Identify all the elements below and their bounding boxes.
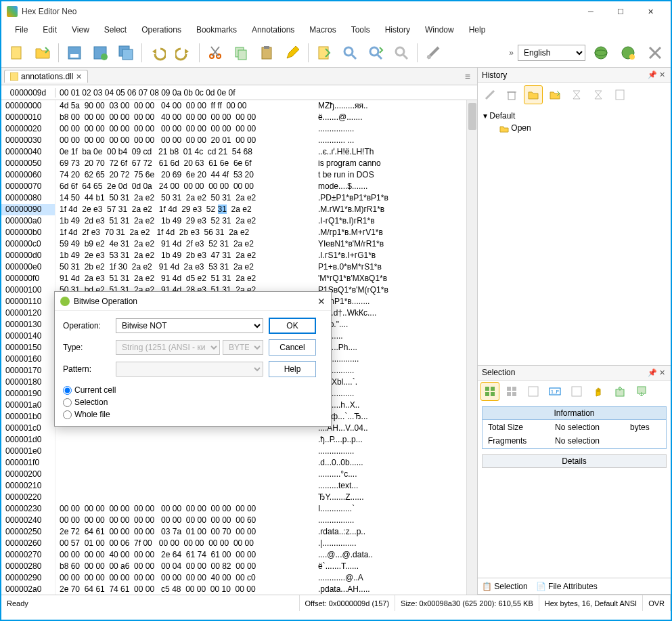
minimize-button[interactable]: ─	[576, 2, 606, 21]
find-next-icon[interactable]	[364, 41, 387, 64]
sel-mode-2-icon[interactable]	[502, 382, 521, 401]
tab-close-icon[interactable]: ✕	[76, 72, 82, 81]
menu-operations[interactable]: Operations	[135, 24, 188, 36]
hex-row[interactable]: 0000023000 00 00 00 00 00 00 00 00 00 00…	[1, 503, 477, 515]
tab-file-attributes[interactable]: 📄 File Attributes	[536, 582, 598, 591]
hex-row[interactable]: 0000002000 00 00 00 00 00 00 00 00 00 00…	[1, 123, 477, 135]
panel-close-icon[interactable]: ✕	[657, 70, 667, 79]
pin-icon[interactable]: 📌	[648, 368, 657, 377]
history-trash-icon[interactable]	[502, 85, 521, 104]
copy-icon[interactable]	[229, 41, 252, 64]
hex-row[interactable]: 000000706d 6f 64 65 2e 0d 0d 0a 24 00 00…	[1, 181, 477, 192]
insert-file-icon[interactable]	[313, 41, 336, 64]
sel-mode-1-icon[interactable]	[480, 382, 499, 401]
history-hourglass-1-icon[interactable]	[567, 85, 586, 104]
panel-close-icon[interactable]: ✕	[657, 368, 667, 377]
hex-row[interactable]: 000002a02e 70 64 61 74 61 00 00 c5 48 00…	[1, 584, 477, 595]
hex-row[interactable]: 0000027000 00 00 00 40 00 00 00 2e 64 61…	[1, 549, 477, 561]
hex-row[interactable]: 0000029000 00 00 00 00 00 00 00 00 00 00…	[1, 572, 477, 584]
radio-whole-file[interactable]: Whole file	[63, 410, 323, 419]
menu-macros[interactable]: Macros	[303, 24, 342, 36]
radio-selection[interactable]: Selection	[63, 398, 323, 407]
menu-tools[interactable]: Tools	[344, 24, 377, 36]
sel-mode-4-icon[interactable]	[567, 382, 586, 401]
selection-details-button[interactable]: Details	[482, 454, 667, 468]
sel-hand-icon[interactable]	[589, 382, 608, 401]
radio-current-cell[interactable]: Current cell	[63, 385, 323, 395]
pin-icon[interactable]: 📌	[648, 70, 657, 79]
hex-row[interactable]: 0000024000 00 00 00 00 00 00 00 00 00 00…	[1, 515, 477, 526]
history-hourglass-2-icon[interactable]	[589, 85, 608, 104]
history-open-node[interactable]: Open	[511, 123, 531, 133]
hex-row[interactable]: 0000026000 57 01 00 00 06 7f 00 00 00 00…	[1, 538, 477, 549]
operation-select[interactable]: Bitwise NOT	[116, 318, 263, 333]
ok-button[interactable]: OK	[269, 318, 316, 334]
menu-edit[interactable]: Edit	[36, 24, 64, 36]
history-doc-icon[interactable]	[610, 85, 629, 104]
hex-row[interactable]: 00000220ЂY.......Z......	[1, 492, 477, 503]
hex-row[interactable]: 0000005069 73 20 70 72 6f 67 72 61 6d 20…	[1, 158, 477, 169]
menu-window[interactable]: Window	[418, 24, 461, 36]
hex-row[interactable]: 000000f091 4d 2a e3 51 31 2a e2 91 4d d5…	[1, 273, 477, 284]
sel-export-icon[interactable]	[610, 382, 629, 401]
find-prev-icon[interactable]	[390, 41, 413, 64]
history-folder-1-icon[interactable]	[524, 85, 543, 104]
tools-icon[interactable]	[644, 41, 667, 64]
hex-row[interactable]: 000000901f 4d 2e e3 57 31 2a e2 1f 4d 29…	[1, 204, 477, 215]
hex-row[interactable]: 000000c059 49 b9 e2 4e 31 2a e2 91 4d 2f…	[1, 238, 477, 250]
hex-row[interactable]: 000000400e 1f ba 0e 00 b4 09 cd 21 b8 01…	[1, 146, 477, 158]
language-select[interactable]: English	[518, 45, 585, 61]
menu-file[interactable]: File	[8, 24, 35, 36]
dialog-close-icon[interactable]: ✕	[317, 296, 326, 307]
sel-import-icon[interactable]	[632, 382, 651, 401]
hex-row[interactable]: 000000004d 5a 90 00 03 00 00 00 04 00 00…	[1, 100, 477, 112]
history-clear-icon[interactable]	[480, 85, 499, 104]
hex-row[interactable]: 000001f0.d...0..0b......	[1, 457, 477, 469]
paste-icon[interactable]	[255, 41, 278, 64]
undo-icon[interactable]	[146, 41, 169, 64]
close-button[interactable]: ✕	[635, 2, 665, 21]
hex-row[interactable]: 000000e050 31 2b e2 1f 30 2a e2 91 4d 2a…	[1, 261, 477, 273]
hex-row[interactable]: 000000b01f 4d 2f e3 70 31 2a e2 1f 4d 2b…	[1, 227, 477, 238]
menu-annotations[interactable]: Annotations	[245, 24, 301, 36]
sel-range-icon[interactable]: 1..F	[545, 382, 564, 401]
hex-row[interactable]: 0000008014 50 44 b1 50 31 2a e2 50 31 2a…	[1, 192, 477, 204]
hex-row[interactable]: 000001d0.ђ..Р....р..р...	[1, 434, 477, 446]
history-tree[interactable]: ▾ Default Open	[478, 107, 671, 365]
settings-icon[interactable]	[422, 41, 445, 64]
hex-row[interactable]: 00000280b8 60 00 00 00 a6 00 00 00 04 00…	[1, 561, 477, 572]
save-all-icon[interactable]	[114, 41, 137, 64]
menu-view[interactable]: View	[65, 24, 96, 36]
help-button[interactable]: Help	[269, 361, 316, 377]
cancel-button[interactable]: Cancel	[269, 339, 316, 356]
find-icon[interactable]	[338, 41, 361, 64]
globe-2-icon[interactable]	[617, 41, 640, 64]
toolbar-expand-icon[interactable]: »	[509, 48, 514, 58]
menu-history[interactable]: History	[378, 24, 417, 36]
edit-icon[interactable]	[281, 41, 304, 64]
maximize-button[interactable]: ☐	[606, 2, 635, 21]
hex-row[interactable]: 00000210.........text...	[1, 480, 477, 492]
open-file-icon[interactable]	[31, 41, 54, 64]
save-icon[interactable]	[63, 41, 86, 64]
hex-row[interactable]: 000000a01b 49 2d e3 51 31 2a e2 1b 49 29…	[1, 215, 477, 227]
history-folder-2-icon[interactable]	[545, 85, 564, 104]
menu-help[interactable]: Help	[462, 24, 493, 36]
hex-row[interactable]: 0000003000 00 00 00 00 00 00 00 00 00 00…	[1, 135, 477, 146]
tab-selection[interactable]: 📋 Selection	[482, 582, 528, 591]
file-tab[interactable]: annotations.dll ✕	[4, 70, 88, 83]
globe-1-icon[interactable]	[589, 41, 612, 64]
sel-mode-3-icon[interactable]	[524, 382, 543, 401]
hex-row[interactable]: 0000006074 20 62 65 20 72 75 6e 20 69 6e…	[1, 169, 477, 181]
tab-menu-icon[interactable]: ≡	[465, 71, 474, 82]
cut-icon[interactable]	[204, 41, 227, 64]
hex-row[interactable]: 00000010b8 00 00 00 00 00 00 00 40 00 00…	[1, 112, 477, 123]
hex-row[interactable]: 000000d01b 49 2e e3 53 31 2a e2 1b 49 2b…	[1, 250, 477, 261]
redo-icon[interactable]	[172, 41, 195, 64]
hex-row[interactable]: 000001e0................	[1, 446, 477, 457]
new-file-icon[interactable]	[5, 41, 28, 64]
hex-row[interactable]: 000002502e 72 64 61 00 00 00 00 03 7a 01…	[1, 526, 477, 538]
hex-row[interactable]: 00000200..........°c....	[1, 469, 477, 480]
menu-bookmarks[interactable]: Bookmarks	[189, 24, 244, 36]
save-as-icon[interactable]	[89, 41, 112, 64]
